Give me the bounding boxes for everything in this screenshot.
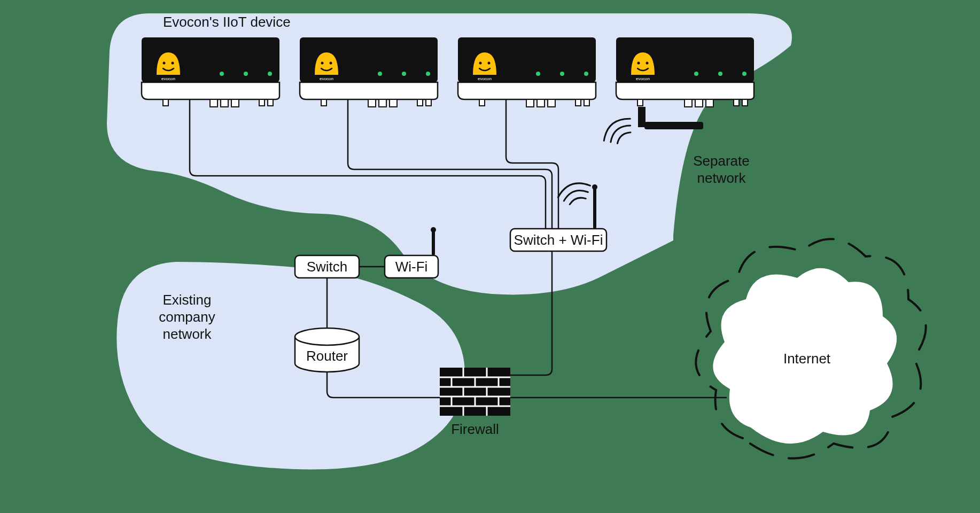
svg-rect-20 xyxy=(432,230,435,255)
switch-wifi-label: Switch + Wi-Fi xyxy=(514,232,603,248)
iiot-device-1 xyxy=(142,37,279,107)
firewall-node: Firewall xyxy=(440,368,510,437)
wifi-label: Wi-Fi xyxy=(395,259,428,275)
firewall-label: Firewall xyxy=(451,421,499,437)
iiot-device-2 xyxy=(300,37,438,107)
existing-label-3: network xyxy=(162,326,212,342)
switch-label: Switch xyxy=(307,259,348,275)
internet-cloud: Internet xyxy=(696,239,925,458)
iiot-device-3 xyxy=(458,37,596,107)
title-label: Evocon's IIoT device xyxy=(163,14,291,30)
svg-point-17 xyxy=(592,184,597,190)
svg-rect-13 xyxy=(638,107,645,121)
svg-rect-14 xyxy=(638,120,645,127)
svg-point-25 xyxy=(295,328,359,345)
svg-point-21 xyxy=(431,227,436,232)
separate-network-label-1: Separate xyxy=(693,153,750,169)
router-label: Router xyxy=(306,348,348,364)
separate-network-label-2: network xyxy=(697,170,746,186)
svg-rect-15 xyxy=(644,122,703,129)
switch-node: Switch xyxy=(295,255,359,278)
existing-label-2: company xyxy=(159,309,215,325)
internet-label: Internet xyxy=(783,351,831,367)
existing-label-1: Existing xyxy=(162,292,211,308)
svg-rect-26 xyxy=(440,368,510,416)
svg-rect-16 xyxy=(593,187,596,229)
router-node: Router xyxy=(295,328,359,372)
